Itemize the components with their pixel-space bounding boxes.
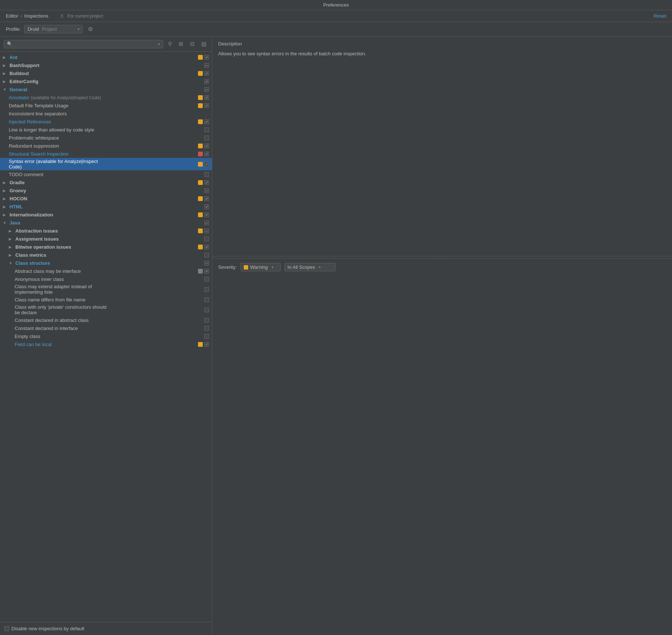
checkbox[interactable]	[204, 245, 209, 249]
tree-item-field-local[interactable]: Field can be local	[0, 340, 212, 348]
checkbox[interactable]	[204, 180, 209, 185]
tree-item-hocon[interactable]: ▶ HOCON	[0, 194, 212, 203]
tree-item-redundant[interactable]: Redundant suppression	[0, 142, 212, 150]
profile-dropdown[interactable]: Druid Project ▾	[24, 25, 83, 33]
checkbox[interactable]	[204, 172, 209, 177]
checkbox[interactable]	[204, 269, 209, 274]
breadcrumb-inspections[interactable]: Inspections	[24, 13, 48, 19]
item-label: Abstraction issues	[15, 228, 105, 234]
checkbox[interactable]	[204, 220, 209, 225]
tree-item-annotator[interactable]: Annotator (available for Analyze|Inspect…	[0, 93, 212, 101]
checkbox[interactable]	[204, 287, 209, 292]
checkbox[interactable]	[204, 237, 209, 241]
checkbox[interactable]	[204, 204, 209, 209]
tree-item-editorconfig[interactable]: ▶ EditorConfig	[0, 77, 212, 85]
checkbox[interactable]	[204, 318, 209, 323]
tree-item-java[interactable]: ▼ Java	[0, 219, 212, 227]
filter-button[interactable]: ⚲	[166, 40, 174, 48]
checkbox[interactable]	[204, 162, 209, 167]
item-label: Constant declared in abstract class	[15, 318, 108, 323]
title-bar: Preferences	[0, 0, 672, 10]
gear-button[interactable]: ⚙	[86, 25, 94, 33]
checkbox[interactable]	[204, 261, 209, 265]
checkbox[interactable]	[204, 212, 209, 217]
checkbox[interactable]	[204, 297, 209, 302]
tree-item-line-longer[interactable]: Line is longer than allowed by code styl…	[0, 126, 212, 134]
checkbox[interactable]	[204, 87, 209, 92]
tree-item-anonymous[interactable]: Anonymous inner class	[0, 275, 212, 283]
checkbox[interactable]	[204, 152, 209, 156]
tree-item-buildout[interactable]: ▶ Buildout	[0, 69, 212, 77]
group-button[interactable]: ▤	[199, 40, 208, 48]
checkbox[interactable]	[204, 127, 209, 132]
checkbox[interactable]	[204, 103, 209, 108]
item-label: Abstract class may be interface	[15, 268, 105, 274]
tree-item-empty-class[interactable]: Empty class	[0, 332, 212, 340]
checkbox[interactable]	[204, 334, 209, 339]
search-input[interactable]	[14, 41, 157, 47]
checkbox[interactable]	[204, 144, 209, 148]
checkbox[interactable]	[204, 277, 209, 282]
checkbox[interactable]	[204, 135, 209, 140]
tree-item-default-file[interactable]: Default File Template Usage	[0, 101, 212, 109]
severity-indicator	[198, 269, 203, 274]
checkbox[interactable]	[204, 326, 209, 331]
tree-item-class-structure[interactable]: ▼ Class structure	[0, 259, 212, 267]
tree-item-injected[interactable]: Injected References	[0, 118, 212, 126]
tree-item-problematic[interactable]: Problematic whitespace	[0, 134, 212, 142]
scope-dropdown[interactable]: In All Scopes ▾	[284, 263, 336, 271]
checkbox[interactable]	[204, 55, 209, 60]
severity-color-box	[244, 265, 248, 270]
tree-item-general[interactable]: ▼ General	[0, 85, 212, 93]
checkbox[interactable]	[204, 196, 209, 201]
tree-item-groovy[interactable]: ▶ Groovy	[0, 186, 212, 194]
checkbox[interactable]	[204, 79, 209, 84]
checkbox[interactable]	[204, 308, 209, 312]
checkbox[interactable]	[204, 253, 209, 257]
tree-item-syntax-error[interactable]: Syntax error (available for Analyze|Insp…	[0, 158, 212, 170]
severity-dropdown[interactable]: Warning ▾	[240, 263, 281, 271]
expand-all-button[interactable]: ⊞	[177, 40, 185, 48]
tree-item-inconsistent[interactable]: Inconsistent line separators	[0, 109, 212, 118]
collapse-all-button[interactable]: ⊟	[188, 40, 197, 48]
search-input-wrap: 🔍 ▾	[4, 40, 163, 48]
checkbox[interactable]	[204, 188, 209, 193]
checkbox[interactable]	[204, 119, 209, 124]
reset-link[interactable]: Reset	[654, 13, 666, 19]
disable-checkbox[interactable]	[4, 626, 9, 631]
tree-item-constant-interface[interactable]: Constant declared in interface	[0, 324, 212, 332]
breadcrumb-editor[interactable]: Editor	[6, 13, 18, 19]
tree-item-abstract-class[interactable]: Abstract class may be interface	[0, 267, 212, 275]
tree-item-bashsupport[interactable]: ▶ BashSupport	[0, 61, 212, 69]
tree-item-todo[interactable]: TODO comment	[0, 170, 212, 178]
tree-item-class-extend[interactable]: Class may extend adapter instead of impl…	[0, 283, 212, 296]
checkbox[interactable]	[204, 63, 209, 68]
tree-item-html[interactable]: ▶ HTML	[0, 203, 212, 211]
tree-item-class-name[interactable]: Class name differs from file name	[0, 296, 212, 304]
tree-item-class-private[interactable]: Class with only 'private' constructors s…	[0, 304, 212, 316]
disable-row: Disable new inspections by default	[0, 622, 212, 635]
item-label: Groovy	[10, 188, 105, 193]
profile-name: Druid	[27, 26, 39, 32]
arrow-icon: ▶	[3, 197, 8, 201]
severity-label: Severity:	[218, 264, 237, 270]
tree-item-structural[interactable]: Structural Search Inspection	[0, 150, 212, 158]
tree-item-ant[interactable]: ▶ Ant	[0, 53, 212, 61]
item-label: Redundant suppression	[9, 143, 102, 149]
left-panel: 🔍 ▾ ⚲ ⊞ ⊟ ▤ ▶ Ant ▶ BashSupport	[0, 37, 212, 635]
tree-item-abstraction[interactable]: ▶ Abstraction issues	[0, 227, 212, 235]
tree-item-intl[interactable]: ▶ Internationalization	[0, 211, 212, 219]
checkbox[interactable]	[204, 95, 209, 100]
tree-item-constant-abstract[interactable]: Constant declared in abstract class	[0, 316, 212, 324]
disable-label: Disable new inspections by default	[11, 626, 84, 631]
checkbox[interactable]	[204, 229, 209, 233]
checkbox[interactable]	[204, 342, 209, 347]
severity-indicator	[198, 196, 203, 201]
tree-item-assignment[interactable]: ▶ Assignment issues	[0, 235, 212, 243]
checkbox[interactable]	[204, 71, 209, 76]
tree-item-gradle[interactable]: ▶ Gradle	[0, 178, 212, 186]
severity-indicator	[198, 229, 203, 233]
tree-item-bitwise[interactable]: ▶ Bitwise operation issues	[0, 243, 212, 251]
tree-item-class-metrics[interactable]: ▶ Class metrics	[0, 251, 212, 259]
item-label: Inconsistent line separators	[9, 111, 108, 116]
